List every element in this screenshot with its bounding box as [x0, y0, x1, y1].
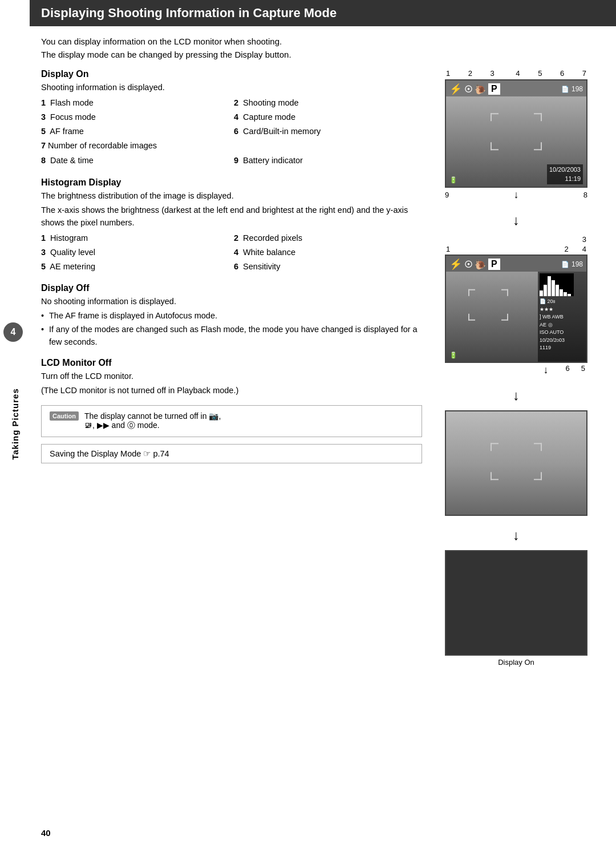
- intro-text: You can display information on the LCD m…: [41, 35, 599, 61]
- chapter-title: Taking Pictures: [10, 367, 20, 481]
- histogram-desc2: The x-axis shows the brightness (darkest…: [41, 204, 422, 229]
- lcd-monitor-off: [445, 550, 587, 656]
- caution-text: The display cannot be turned off in 📷, 🖳…: [84, 411, 221, 431]
- arrow-down-2: ↓: [513, 389, 520, 402]
- display-on-heading: Display On: [41, 69, 422, 79]
- arrow-down-3: ↓: [513, 528, 520, 542]
- main-content: Displaying Shooting Information in Captu…: [30, 0, 616, 848]
- lcd-off-heading: LCD Monitor Off: [41, 358, 422, 368]
- caution-label: Caution: [50, 411, 79, 421]
- screenshot-display-on: 1234567 ⚡ ☉ 🐌 P: [445, 69, 587, 201]
- chapter-number: 4: [3, 322, 23, 342]
- lcd-off-desc2: (The LCD monitor is not turned off in Pl…: [41, 385, 422, 397]
- display-on-items: 1 Flash mode 2 Shooting mode 3 Focus mod…: [41, 96, 422, 139]
- caution-box: Caution The display cannot be turned off…: [41, 405, 422, 437]
- left-column: Display On Shooting information is displ…: [41, 69, 422, 671]
- display-on-items-2: 8 Date & time 9 Battery indicator: [41, 154, 422, 167]
- display-off-heading: Display Off: [41, 283, 422, 293]
- num-labels-top: 1234567: [445, 69, 587, 78]
- page-title: Displaying Shooting Information in Captu…: [30, 0, 616, 26]
- screenshot-histogram: 3 1 24 ⚡ ☉ 🐌: [445, 235, 587, 376]
- display-off-bullets: The AF frame is displayed in Autofocus m…: [41, 310, 422, 348]
- histogram-heading: Histogram Display: [41, 177, 422, 188]
- display-off-desc: No shooting information is displayed.: [41, 296, 422, 308]
- lcd-display-off: [445, 410, 587, 516]
- sidebar: 4 Taking Pictures: [0, 0, 30, 848]
- saving-text: Saving the Display Mode ☞ p.74: [50, 449, 169, 458]
- lcd-off-desc1: Turn off the LCD monitor.: [41, 370, 422, 383]
- histogram-items: 1 Histogram 2 Recorded pixels 3 Quality …: [41, 232, 422, 274]
- display-on-label: Display On: [498, 658, 534, 667]
- page-number: 40: [41, 828, 51, 838]
- right-column: 1234567 ⚡ ☉ 🐌 P: [433, 69, 599, 671]
- lcd-display-on: ⚡ ☉ 🐌 P 📄 198: [445, 79, 587, 188]
- screenshot-display-off: [445, 410, 587, 516]
- lcd-histogram: ⚡ ☉ 🐌 P 📄 198: [445, 255, 587, 363]
- display-on-desc: Shooting information is displayed.: [41, 82, 422, 94]
- histogram-desc1: The brightness distribution of the image…: [41, 190, 422, 203]
- arrow-down-1: ↓: [513, 213, 520, 227]
- screenshot-lcd-off: Display On: [445, 550, 587, 667]
- saving-box: Saving the Display Mode ☞ p.74: [41, 444, 422, 463]
